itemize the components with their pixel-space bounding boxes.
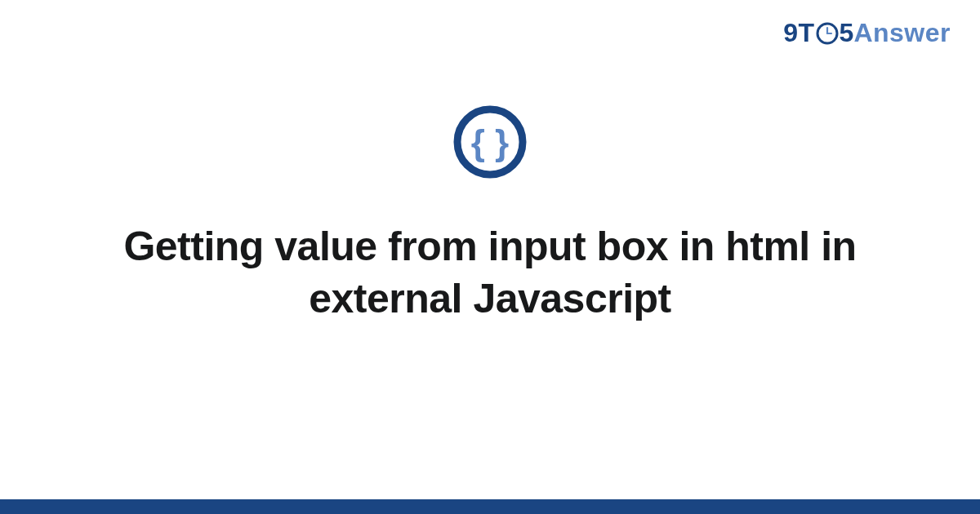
- site-logo: 9T 5 Answer: [783, 18, 951, 48]
- logo-clock-icon: [816, 22, 839, 45]
- page-title: Getting value from input box in html in …: [74, 220, 906, 325]
- main-content: { } Getting value from input box in html…: [0, 104, 980, 325]
- svg-text:{ }: { }: [471, 122, 509, 162]
- footer-accent-bar: [0, 499, 980, 514]
- logo-text-9t: 9T: [783, 18, 814, 48]
- category-braces-icon: { }: [452, 104, 528, 179]
- logo-text-answer: Answer: [853, 18, 951, 48]
- logo-text-5: 5: [840, 18, 854, 48]
